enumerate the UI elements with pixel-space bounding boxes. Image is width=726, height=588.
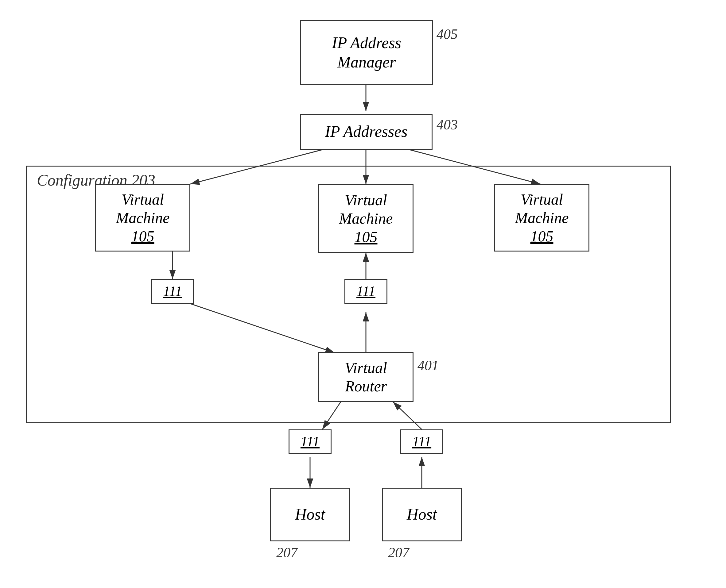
ip-box-center: 111 bbox=[344, 279, 387, 304]
vm-right-label: VirtualMachine bbox=[515, 190, 569, 227]
ip-address-manager-label: IP Address Manager bbox=[301, 34, 432, 72]
ip-addresses-ref: 403 bbox=[437, 117, 458, 133]
diagram: IP Address Manager 405 IP Addresses 403 … bbox=[0, 0, 726, 588]
vm-center-ref: 105 bbox=[339, 228, 393, 246]
virtual-router-ref: 401 bbox=[418, 357, 439, 374]
virtual-router-box: VirtualRouter bbox=[318, 352, 414, 402]
host-right-label: Host bbox=[407, 505, 437, 524]
host-left-label: Host bbox=[295, 505, 325, 524]
ip-host-right-ref: 111 bbox=[412, 433, 431, 450]
vm-center-box: VirtualMachine 105 bbox=[318, 184, 414, 253]
vm-left-box: VirtualMachine 105 bbox=[95, 184, 190, 252]
virtual-router-label: VirtualRouter bbox=[345, 359, 387, 395]
ip-box-left: 111 bbox=[151, 279, 194, 304]
ip-left-ref: 111 bbox=[163, 283, 182, 300]
host-left-ref: 207 bbox=[276, 544, 298, 561]
ip-address-manager-ref: 405 bbox=[437, 26, 458, 42]
host-right-ref: 207 bbox=[388, 544, 409, 561]
ip-addresses-box: IP Addresses bbox=[300, 114, 432, 150]
ip-center-ref: 111 bbox=[357, 283, 376, 300]
vm-left-ref: 105 bbox=[116, 227, 170, 245]
ip-address-manager-box: IP Address Manager bbox=[300, 20, 433, 85]
ip-host-left-ref: 111 bbox=[301, 433, 320, 450]
vm-right-ref: 105 bbox=[515, 227, 569, 245]
ip-addresses-label: IP Addresses bbox=[325, 122, 407, 141]
vm-left-label: VirtualMachine bbox=[116, 190, 170, 227]
vm-right-box: VirtualMachine 105 bbox=[494, 184, 589, 252]
ip-host-right-box: 111 bbox=[400, 429, 443, 454]
vm-center-label: VirtualMachine bbox=[339, 191, 393, 228]
ip-host-left-box: 111 bbox=[288, 429, 331, 454]
host-left-box: Host bbox=[270, 488, 350, 541]
host-right-box: Host bbox=[382, 488, 462, 541]
